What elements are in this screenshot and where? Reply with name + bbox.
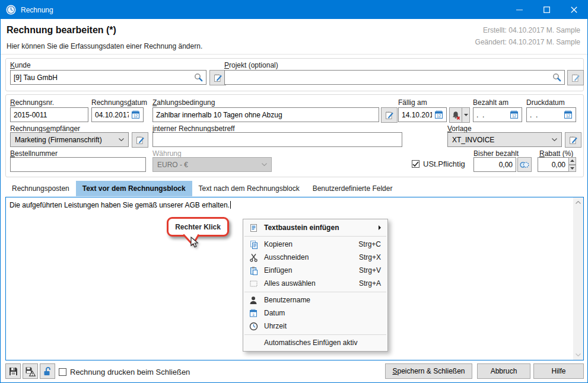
maximize-button[interactable] <box>533 1 560 19</box>
kunde-label: Kunde <box>10 61 31 69</box>
zahlungsbedingung-input[interactable]: Zahlbar innerhalb 10 Tagen ohne Abzug <box>152 107 379 122</box>
page-subtitle: Hier können Sie die Erfassungsdaten eine… <box>7 42 202 50</box>
bisher-bezahlt-label: Bisher bezahlt <box>473 149 519 158</box>
waehrung-label: Währung <box>152 149 182 158</box>
druckdatum-input[interactable]: . . 12 <box>526 107 576 122</box>
menu-item-benutzername[interactable]: Benutzername <box>243 293 387 307</box>
empfaenger-select[interactable]: Marketing (Firmenanschrift) <box>10 132 129 147</box>
payments-coins-button[interactable] <box>517 157 532 172</box>
zahlungsbedingung-edit-button[interactable] <box>381 107 398 123</box>
rabatt-label: Rabatt (%) <box>539 149 573 158</box>
kunde-input[interactable]: [9] Tau GmbH <box>10 70 206 85</box>
bestellnummer-input[interactable] <box>10 157 146 172</box>
waehrung-select: EURO - € <box>152 157 272 172</box>
scroll-up-icon[interactable] <box>573 197 583 208</box>
spin-down-icon[interactable] <box>568 165 576 173</box>
menu-item-einfuegen[interactable]: Einfügen Strg+V <box>243 264 387 277</box>
mouse-cursor-icon <box>190 237 199 251</box>
faellig-am-label: Fällig am <box>398 98 427 107</box>
created-info: Erstellt: 04.10.2017 M. Sample <box>483 26 580 34</box>
projekt-edit-button[interactable] <box>567 70 584 85</box>
save-button[interactable] <box>5 363 21 379</box>
context-menu: Textbaustein einfügen Kopieren Strg+C Au… <box>243 219 388 352</box>
menu-item-automatisches-einfuegen[interactable]: Automatisches Einfügen aktiv <box>243 336 387 349</box>
print-on-close-label[interactable]: Rechnung drucken beim Schließen <box>70 368 190 376</box>
help-button[interactable]: Hilfe <box>533 363 584 379</box>
editor-text: Die aufgeführten Leistungen haben Sie ge… <box>9 201 231 209</box>
menu-item-kopieren[interactable]: Kopieren Strg+C <box>243 238 387 251</box>
reminder-split-button[interactable] <box>449 107 470 123</box>
waehrung-value: EURO - € <box>157 161 259 169</box>
calendar-icon[interactable]: 12 <box>434 110 443 119</box>
rechnungsdatum-label: Rechnungsdatum <box>91 98 147 107</box>
tab-text-vor-rechnungsblock[interactable]: Text vor dem Rechnungsblock <box>76 181 192 196</box>
menu-separator <box>244 292 386 292</box>
rechnungsdatum-value: 04.10.2017 <box>95 111 129 119</box>
calendar-icon: 3 <box>247 308 259 318</box>
cancel-button[interactable]: Abbruch <box>477 363 530 379</box>
unlock-button[interactable] <box>40 363 55 379</box>
save-and-close-button[interactable]: Speichern & Schließen <box>385 363 472 379</box>
close-button[interactable] <box>560 1 587 19</box>
tab-benutzerdefinierte-felder[interactable]: Benutzerdefinierte Felder <box>306 181 399 196</box>
text-caret <box>230 201 231 209</box>
menu-item-ausschneiden[interactable]: Ausschneiden Strg+X <box>243 251 387 264</box>
faellig-am-value: 14.10.2017 <box>402 111 432 119</box>
print-on-close-checkbox[interactable] <box>59 368 66 376</box>
page-title: Rechnung bearbeiten (*) <box>7 25 116 36</box>
svg-text:12: 12 <box>134 114 138 118</box>
projekt-input[interactable] <box>224 70 565 85</box>
search-icon[interactable] <box>552 73 561 82</box>
rechnungsnr-input[interactable]: 2015-0011 <box>10 107 88 122</box>
kunde-edit-button[interactable] <box>209 70 226 85</box>
scroll-down-icon[interactable] <box>573 350 583 360</box>
select-all-icon <box>247 279 259 288</box>
menu-item-datum[interactable]: 3 Datum <box>243 307 387 320</box>
header-separator <box>1 54 587 55</box>
calendar-icon[interactable]: 12 <box>564 110 573 119</box>
vorlage-value: XT_INVOICE <box>452 136 549 144</box>
zahlungsbedingung-value: Zahlbar innerhalb 10 Tagen ohne Abzug <box>156 111 376 119</box>
empfaenger-value: Marketing (Firmenanschrift) <box>15 136 116 144</box>
druckdatum-label: Druckdatum <box>526 98 565 107</box>
svg-text:12: 12 <box>437 114 441 118</box>
bezahlt-am-input[interactable]: . . 12 <box>473 107 522 122</box>
tab-bar: Rechnungsposten Text vor dem Rechnungsbl… <box>5 181 399 196</box>
calendar-icon[interactable]: 12 <box>131 110 140 119</box>
menu-separator <box>244 334 386 335</box>
tab-text-nach-rechnungsblock[interactable]: Text nach dem Rechnungsblock <box>192 181 306 196</box>
save-with-warning-button[interactable] <box>23 363 38 379</box>
betreff-input[interactable] <box>152 132 402 147</box>
chevron-down-icon[interactable] <box>462 108 469 122</box>
titlebar: Rechnung <box>1 1 587 19</box>
bisher-bezahlt-input[interactable]: 0,00 <box>473 157 516 172</box>
rechnungsdatum-input[interactable]: 04.10.2017 12 <box>91 107 144 122</box>
ust-pflichtig-checkbox[interactable] <box>412 160 419 168</box>
vorlage-select[interactable]: XT_INVOICE <box>447 132 562 147</box>
window-title: Rechnung <box>21 6 53 14</box>
empfaenger-edit-button[interactable] <box>132 132 148 148</box>
menu-item-uhrzeit[interactable]: Uhrzeit <box>243 320 387 333</box>
vorlage-edit-button[interactable] <box>565 132 581 148</box>
calendar-icon[interactable]: 12 <box>510 110 519 119</box>
menu-item-alles-auswaehlen[interactable]: Alles auswählen Strg+A <box>243 277 387 290</box>
bell-disabled-icon[interactable] <box>450 108 462 122</box>
minimize-button[interactable] <box>506 1 533 19</box>
app-clock-icon <box>6 5 16 15</box>
betreff-label: interner Rechnungsbetreff <box>152 125 235 133</box>
rabatt-input[interactable]: 0,00 <box>538 157 569 172</box>
zahlungsbedingung-label: Zahlungsbedingung <box>152 98 215 107</box>
submenu-arrow-icon <box>379 225 381 230</box>
search-icon[interactable] <box>194 73 203 82</box>
rechnung-dialog: Rechnung Rechnung bearbeiten (*) Hier kö… <box>0 0 588 383</box>
spin-up-icon[interactable] <box>568 157 576 165</box>
vertical-scrollbar[interactable] <box>573 197 583 360</box>
tab-rechnungsposten[interactable]: Rechnungsposten <box>5 181 76 196</box>
rabatt-spinner[interactable] <box>568 157 576 172</box>
menu-item-textbaustein-einfuegen[interactable]: Textbaustein einfügen <box>243 221 387 234</box>
faellig-am-input[interactable]: 14.10.2017 12 <box>398 107 447 122</box>
ust-pflichtig-label[interactable]: USt.Pflichtig <box>423 159 465 168</box>
rechnungsnr-label: Rechnungsnr. <box>10 98 54 107</box>
druckdatum-value: . . <box>530 111 561 119</box>
bezahlt-am-value: . . <box>476 111 507 119</box>
